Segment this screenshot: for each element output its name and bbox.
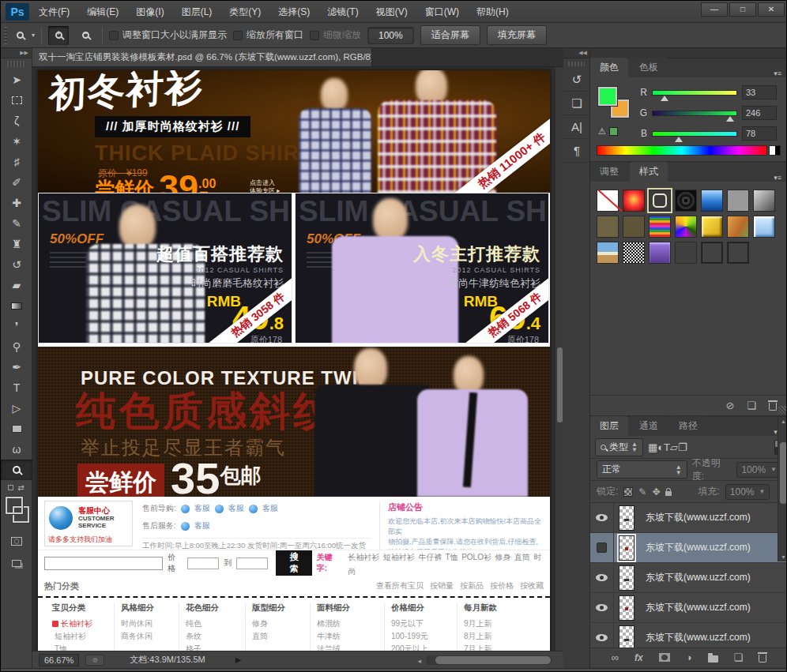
style-swatch[interactable] [753, 216, 775, 238]
style-swatch[interactable] [597, 242, 619, 264]
brush-tool[interactable]: ✎ [1, 213, 32, 234]
document-canvas[interactable]: 初冬衬衫 /// 加厚时尚格纹衬衫 /// THICK PLAID SHIRT … [38, 70, 550, 651]
menu-item[interactable]: 图像(I) [136, 6, 164, 17]
zoom-in-toggle[interactable] [48, 26, 69, 45]
style-swatch[interactable] [649, 216, 671, 238]
type-tool[interactable]: T [1, 377, 32, 398]
panel-menu-icon[interactable]: ▾≡ [774, 169, 787, 182]
link-layers-icon[interactable]: ∞ [612, 651, 619, 663]
layer-thumbnail[interactable] [614, 565, 639, 591]
green-slider-thumb[interactable] [726, 116, 734, 122]
tab-layers[interactable]: 图层 [590, 416, 628, 436]
scroll-left-arrow[interactable]: ◂ [417, 657, 421, 665]
path-selection-tool[interactable]: ▷ [1, 398, 32, 419]
blur-tool[interactable]: ❜ [1, 316, 32, 336]
keyword-link[interactable]: 牛仔裤 [418, 553, 442, 561]
properties-panel-icon[interactable]: ❏ [563, 92, 590, 115]
qq-icon[interactable] [181, 505, 190, 513]
eraser-tool[interactable]: ▰ [1, 275, 32, 295]
filter-type-dropdown[interactable]: 类型 ▲▼ [595, 438, 643, 456]
tab-color[interactable]: 颜色 [590, 58, 628, 77]
swap-colors-icon[interactable]: ⇄ [17, 483, 24, 492]
category-link[interactable]: 商务休闲 [121, 630, 172, 643]
style-swatch[interactable] [675, 190, 697, 212]
panel-menu-icon[interactable]: ▾≡ [774, 65, 787, 77]
category-link[interactable]: 8月上新 [464, 630, 517, 643]
blue-value-field[interactable]: 78 [742, 126, 777, 141]
color-spectrum-ramp[interactable] [597, 145, 767, 156]
qq-icon[interactable] [181, 522, 190, 531]
status-flyout-arrow[interactable]: ▶ [235, 655, 242, 664]
tool-preset-dropdown-icon[interactable]: ▾ [32, 32, 35, 39]
clone-stamp-tool[interactable]: ♜ [1, 234, 32, 254]
keyword-link[interactable]: 直筒 [514, 553, 530, 561]
category-link[interactable]: 9月上新 [464, 618, 517, 630]
layer-thumbnail[interactable] [614, 535, 639, 561]
crop-tool[interactable]: ♯ [1, 152, 32, 172]
shop-search-input[interactable] [44, 557, 163, 570]
horizontal-scrollbar-thumb[interactable] [435, 656, 551, 664]
sort-link[interactable]: 按销量 [430, 580, 454, 591]
category-link[interactable]: 短袖衬衫 [52, 630, 107, 643]
strip-gripper[interactable] [568, 62, 585, 66]
paragraph-panel-icon[interactable]: ¶ [563, 139, 590, 163]
shop-search-button[interactable]: 搜索 [276, 550, 311, 576]
menu-item[interactable]: 视图(V) [376, 6, 408, 17]
lock-position-icon[interactable]: ✥ [652, 486, 660, 497]
layer-name[interactable]: 东坡下载(www.uzzf.com) [646, 541, 751, 554]
foreground-color-swatch[interactable] [598, 87, 617, 106]
gamut-color-swatch[interactable] [609, 127, 618, 136]
style-swatch[interactable] [597, 190, 619, 212]
document-tab[interactable]: 双十一淘宝店铺男装装修模板素材.psd @ 66.7% (东坡下载(www.uz… [32, 48, 372, 66]
rectangle-tool[interactable] [1, 419, 32, 439]
qq-contact-link[interactable]: 客服 [262, 503, 278, 514]
visibility-toggle[interactable] [590, 563, 614, 592]
history-panel-icon[interactable]: ↺ [563, 68, 590, 92]
layer-row[interactable]: 东坡下载(www.uzzf.com) [590, 533, 787, 563]
add-mask-icon[interactable] [659, 653, 670, 662]
sort-link[interactable]: 按新品 [460, 580, 484, 591]
eyedropper-tool[interactable]: ✐ [1, 172, 32, 193]
close-button[interactable]: ✕ [758, 2, 785, 17]
keyword-link[interactable]: 修身 [495, 553, 510, 561]
category-link[interactable]: 棉混纺 [317, 618, 378, 630]
style-swatch[interactable] [597, 216, 619, 238]
price-min-input[interactable] [187, 557, 219, 569]
tab-paths[interactable]: 路径 [669, 416, 707, 436]
category-link[interactable]: 纯色 [186, 618, 239, 630]
layer-row[interactable]: 东坡下载(www.uzzf.com) [590, 593, 787, 623]
scroll-up-arrow[interactable]: ▲ [778, 419, 787, 424]
screen-mode-button[interactable] [1, 554, 32, 573]
layer-name[interactable]: 东坡下载(www.uzzf.com) [646, 571, 751, 584]
red-slider[interactable] [652, 90, 737, 96]
resize-windows-option[interactable]: 调整窗口大小以满屏显示 [109, 28, 227, 42]
options-gripper[interactable] [4, 27, 7, 44]
category-link[interactable]: 格子 [186, 643, 239, 651]
layer-list-scrollbar[interactable]: ▲ ▼ [778, 417, 787, 561]
category-link[interactable]: 7月上新 [464, 643, 517, 651]
visibility-toggle[interactable] [590, 503, 614, 532]
tab-adjustments[interactable]: 调整 [590, 162, 628, 182]
maximize-button[interactable]: □ [729, 2, 756, 17]
category-link[interactable]: 直筒 [252, 630, 303, 643]
style-swatch[interactable] [623, 242, 645, 264]
layer-filter-icon[interactable]: ▱ [670, 441, 678, 453]
minimize-button[interactable]: — [701, 2, 728, 17]
style-swatch[interactable] [727, 242, 749, 264]
status-options-icon[interactable]: ⚙ [85, 655, 104, 666]
magic-wand-tool[interactable]: ✶ [1, 131, 32, 152]
dodge-tool[interactable]: ⚲ [1, 336, 32, 357]
style-swatch[interactable] [675, 216, 697, 238]
foreground-color-swatch[interactable] [6, 497, 23, 514]
layer-filter-icon[interactable]: ◐ [657, 441, 664, 453]
style-swatch[interactable] [727, 216, 749, 238]
hand-tool[interactable]: ω [1, 439, 32, 460]
pen-tool[interactable]: ✒ [1, 357, 32, 377]
style-swatch[interactable] [701, 216, 723, 238]
category-link[interactable]: 修身 [252, 618, 303, 630]
keyword-link[interactable]: POLO衫 [461, 553, 491, 561]
resize-windows-checkbox[interactable] [109, 31, 119, 40]
style-swatch[interactable] [727, 190, 749, 212]
fill-screen-button[interactable]: 填充屏幕 [487, 25, 547, 45]
category-link[interactable]: 99元以下 [391, 618, 450, 630]
